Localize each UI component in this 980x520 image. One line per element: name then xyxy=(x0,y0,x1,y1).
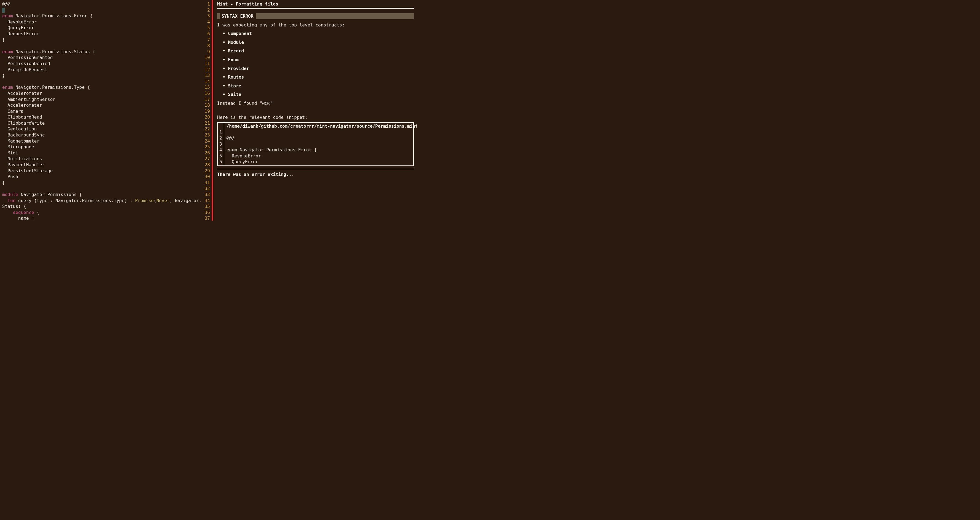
line-number: 25 xyxy=(201,144,210,150)
code-line[interactable]: Geolocation xyxy=(2,126,201,132)
line-number: 13 xyxy=(201,73,210,79)
snippet-path: /home/diwank/github.com/creatorrr/mint-n… xyxy=(226,123,417,129)
snippet-code: /home/diwank/github.com/creatorrr/mint-n… xyxy=(224,123,417,165)
line-number: 28 xyxy=(201,162,210,168)
construct-item: Routes xyxy=(223,74,414,80)
code-line[interactable]: BackgroundSync xyxy=(2,132,201,138)
token: Camera xyxy=(2,109,24,114)
code-line[interactable]: Camera xyxy=(2,108,201,114)
line-number: 10 xyxy=(201,55,210,61)
snippet-intro: Here is the relevant code snippet: xyxy=(217,114,414,120)
code-line[interactable]: Accelerometer xyxy=(2,102,201,108)
line-number: 33 xyxy=(201,192,210,198)
code-line[interactable]: QueryError xyxy=(2,25,201,31)
line-number: 36 xyxy=(201,209,210,216)
token: Geolocation xyxy=(2,126,37,132)
line-number: 26 xyxy=(201,150,210,156)
line-number: 5 xyxy=(201,25,210,31)
code-line[interactable] xyxy=(2,43,201,49)
code-line[interactable]: ClipboardWrite xyxy=(2,120,201,126)
token: Promise xyxy=(135,198,154,203)
editor-pane[interactable]: @@@enum Navigator.Permissions.Error { Re… xyxy=(0,0,212,220)
code-line[interactable]: fun query (type : Navigator.Permissions.… xyxy=(2,198,201,204)
snippet-line: @@@ xyxy=(226,135,417,141)
line-number: 8 xyxy=(201,43,210,49)
line-number: 15 xyxy=(201,84,210,90)
code-line[interactable]: Status) { xyxy=(2,203,201,209)
section-label: SYNTAX ERROR xyxy=(221,13,256,19)
line-number: 21 xyxy=(201,120,210,126)
output-title: Mint - Formatting files xyxy=(217,1,414,7)
token: RevokeError xyxy=(2,19,37,25)
code-line[interactable]: PromptOnRequest xyxy=(2,67,201,73)
token: Midi xyxy=(2,150,18,155)
code-line[interactable]: Accelerometer xyxy=(2,90,201,97)
code-line[interactable]: } xyxy=(2,180,201,186)
line-number: 29 xyxy=(201,168,210,174)
line-number: 24 xyxy=(201,138,210,144)
snippet-box: 123456 /home/diwank/github.com/creatorrr… xyxy=(217,122,414,166)
code-line[interactable]: sequence { xyxy=(2,209,201,216)
token: PaymentHandler xyxy=(2,162,45,167)
line-number: 35 xyxy=(201,203,210,209)
snippet-line: enum Navigator.Permissions.Error { xyxy=(226,147,417,153)
code-line[interactable]: Magnetometer xyxy=(2,138,201,144)
code-line[interactable]: Microphone xyxy=(2,144,201,150)
code-line[interactable]: AmbientLightSensor xyxy=(2,97,201,103)
code-line[interactable]: name = xyxy=(2,215,201,220)
code-line[interactable]: enum Navigator.Permissions.Type { xyxy=(2,84,201,90)
token: Status) { xyxy=(2,204,26,209)
line-number-gutter: 1234567891011121314151617181920212223242… xyxy=(201,0,212,220)
code-line[interactable]: } xyxy=(2,73,201,79)
snippet-line xyxy=(226,141,417,147)
token: Push xyxy=(2,174,18,179)
code-line[interactable]: PermissionGranted xyxy=(2,55,201,61)
token: } xyxy=(2,180,5,185)
token: enum xyxy=(2,49,13,54)
token: ( xyxy=(154,198,156,203)
code-line[interactable]: enum Navigator.Permissions.Status { xyxy=(2,49,201,55)
code-line[interactable]: Notifications xyxy=(2,156,201,162)
section-fill xyxy=(256,13,414,19)
construct-item: Component xyxy=(223,31,414,36)
code-line[interactable] xyxy=(2,79,201,85)
footer-message: There was an error exiting... xyxy=(217,171,414,178)
code-line[interactable]: RequestError xyxy=(2,31,201,37)
output-pane[interactable]: Mint - Formatting files SYNTAX ERROR I w… xyxy=(213,0,417,220)
token: Microphone xyxy=(2,144,34,149)
code-line[interactable]: Push xyxy=(2,174,201,180)
token: Navigator.Permissions.Error { xyxy=(13,13,93,19)
workspace: @@@enum Navigator.Permissions.Error { Re… xyxy=(0,0,417,220)
construct-item: Suite xyxy=(223,92,414,98)
token: enum xyxy=(2,13,13,19)
line-number: 7 xyxy=(201,37,210,43)
code-line[interactable] xyxy=(2,185,201,192)
line-number: 17 xyxy=(201,97,210,103)
token: { xyxy=(34,210,40,215)
token: AmbientLightSensor xyxy=(2,97,56,102)
code-line[interactable] xyxy=(2,7,201,13)
token xyxy=(2,198,8,203)
token: } xyxy=(2,73,5,78)
line-number: 19 xyxy=(201,108,210,114)
line-number: 32 xyxy=(201,185,210,192)
code-line[interactable]: module Navigator.Permissions { xyxy=(2,192,201,198)
token: Navigator.Permissions { xyxy=(18,192,82,197)
code-line[interactable]: PermissionDenied xyxy=(2,61,201,67)
code-line[interactable]: Midi xyxy=(2,150,201,156)
code-line[interactable]: enum Navigator.Permissions.Error { xyxy=(2,13,201,19)
code-column[interactable]: @@@enum Navigator.Permissions.Error { Re… xyxy=(0,0,201,220)
line-number: 6 xyxy=(201,31,210,37)
code-line[interactable]: RevokeError xyxy=(2,19,201,25)
code-line[interactable]: ClipboardRead xyxy=(2,114,201,120)
token: query (type : Navigator.Permissions.Type… xyxy=(16,198,135,203)
code-line[interactable]: } xyxy=(2,37,201,43)
code-line[interactable]: PersistentStorage xyxy=(2,168,201,174)
code-line[interactable]: @@@ xyxy=(2,1,201,7)
line-number: 12 xyxy=(201,67,210,73)
token: name = xyxy=(2,216,34,220)
snippet-line-number: 1 xyxy=(220,129,222,135)
line-number: 4 xyxy=(201,19,210,25)
snippet-line-number: 2 xyxy=(220,135,222,141)
code-line[interactable]: PaymentHandler xyxy=(2,162,201,168)
